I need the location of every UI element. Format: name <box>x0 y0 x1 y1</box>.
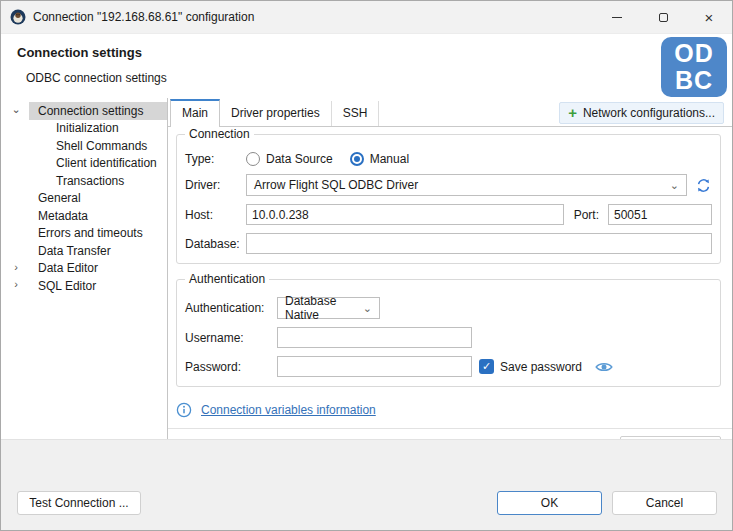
sidebar-item-label: Initialization <box>29 120 167 138</box>
sidebar-item-text: Data Editor <box>38 261 98 275</box>
sidebar-item-label: Client identification <box>29 155 167 173</box>
connection-group: Connection Type: Data Source Manual <box>176 134 721 264</box>
sidebar-item-label: Errors and timeouts <box>29 225 167 243</box>
sidebar-item-text: SQL Editor <box>38 279 96 293</box>
odbc-logo-line1: OD <box>674 40 714 67</box>
app-icon <box>10 9 26 25</box>
chevron-down-icon[interactable]: ⌄ <box>9 103 23 116</box>
tab-ssh[interactable]: SSH <box>332 101 380 126</box>
tabs: MainDriver propertiesSSH <box>170 99 379 126</box>
show-password-eye-icon[interactable] <box>595 360 613 374</box>
sidebar-item-text: Initialization <box>56 121 119 135</box>
sidebar-item-label: Data Editor <box>29 260 167 278</box>
host-input[interactable] <box>246 204 564 225</box>
password-row: Password: ✓ Save password <box>185 356 712 377</box>
sidebar-item-label: Transactions <box>29 172 167 190</box>
sidebar-item-connection-settings[interactable]: ⌄Connection settings <box>1 102 167 120</box>
odbc-logo: OD BC <box>661 37 727 97</box>
connection-config-dialog: Connection "192.168.68.61" configuration… <box>0 0 733 531</box>
driver-row: Driver: Arrow Flight SQL ODBC Driver ⌄ <box>185 174 712 196</box>
authentication-select[interactable]: Database Native ⌄ <box>277 297 380 319</box>
close-button[interactable]: × <box>686 1 732 33</box>
driver-select-value: Arrow Flight SQL ODBC Driver <box>254 178 418 192</box>
radio-data-source[interactable]: Data Source <box>246 152 333 166</box>
settings-tree: ⌄Connection settingsInitializationShell … <box>1 98 168 439</box>
database-input[interactable] <box>246 233 712 254</box>
chevron-right-icon[interactable]: › <box>9 278 23 290</box>
info-icon <box>176 402 192 418</box>
sidebar-item-label: Connection settings <box>29 102 167 120</box>
chevron-down-icon: ⌄ <box>363 302 372 315</box>
window-title: Connection "192.168.68.61" configuration <box>33 10 254 24</box>
type-row: Type: Data Source Manual <box>185 152 712 166</box>
cancel-button[interactable]: Cancel <box>612 491 717 515</box>
connection-group-title: Connection <box>185 127 254 141</box>
host-row: Host: Port: <box>185 204 712 225</box>
sidebar-item-data-editor[interactable]: ›Data Editor <box>1 260 167 278</box>
ok-button[interactable]: OK <box>497 491 602 515</box>
sidebar-item-text: Data Transfer <box>38 244 111 258</box>
test-connection-button[interactable]: Test Connection ... <box>17 491 141 515</box>
chevron-right-icon[interactable]: › <box>9 261 23 273</box>
sidebar-item-metadata[interactable]: Metadata <box>1 207 167 225</box>
password-input[interactable] <box>277 356 472 377</box>
bottom-button-bar: Test Connection ... OK Cancel <box>1 439 732 530</box>
network-configurations-label: Network configurations... <box>583 106 715 120</box>
type-label: Type: <box>185 152 246 166</box>
odbc-logo-line2: BC <box>675 67 713 94</box>
sidebar-item-label: Metadata <box>29 207 167 225</box>
authentication-row: Authentication: Database Native ⌄ <box>185 297 712 319</box>
radio-manual-icon <box>350 152 364 166</box>
sidebar-item-client-identification[interactable]: Client identification <box>1 155 167 173</box>
sidebar-item-text: Errors and timeouts <box>38 226 143 240</box>
database-label: Database: <box>185 237 246 251</box>
authentication-group-title: Authentication <box>185 272 269 286</box>
maximize-button[interactable] <box>640 1 686 33</box>
sidebar-item-data-transfer[interactable]: Data Transfer <box>1 242 167 260</box>
minimize-button[interactable] <box>594 1 640 33</box>
network-configurations-button[interactable]: + Network configurations... <box>559 102 724 124</box>
close-icon: × <box>705 10 714 25</box>
sidebar-item-text: Connection settings <box>38 104 143 118</box>
sidebar-item-text: Metadata <box>38 209 88 223</box>
tab-driver-properties[interactable]: Driver properties <box>220 101 332 126</box>
sidebar-item-transactions[interactable]: Transactions <box>1 172 167 190</box>
port-input[interactable] <box>608 204 712 225</box>
radio-manual-label: Manual <box>370 152 409 166</box>
radio-manual[interactable]: Manual <box>350 152 409 166</box>
sidebar-item-label: Shell Commands <box>29 137 167 155</box>
window-controls: × <box>594 1 732 33</box>
save-password-label: Save password <box>500 360 582 374</box>
plus-icon: + <box>568 108 577 118</box>
authentication-label: Authentication: <box>185 301 277 315</box>
titlebar: Connection "192.168.68.61" configuration… <box>1 1 732 34</box>
sidebar-item-sql-editor[interactable]: ›SQL Editor <box>1 277 167 295</box>
tab-main[interactable]: Main <box>170 99 220 127</box>
sidebar-item-errors-and-timeouts[interactable]: Errors and timeouts <box>1 225 167 243</box>
sidebar-item-initialization[interactable]: Initialization <box>1 120 167 138</box>
sidebar-item-text: General <box>38 191 81 205</box>
sidebar-item-label: Data Transfer <box>29 242 167 260</box>
radio-data-source-label: Data Source <box>266 152 333 166</box>
page-subtitle: ODBC connection settings <box>26 71 167 85</box>
username-label: Username: <box>185 331 277 345</box>
connection-variables-row: Connection variables information <box>176 402 721 418</box>
connection-variables-link[interactable]: Connection variables information <box>201 403 376 417</box>
username-row: Username: <box>185 327 712 348</box>
minimize-icon <box>612 17 622 18</box>
sidebar-item-label: SQL Editor <box>29 277 167 295</box>
sidebar-item-shell-commands[interactable]: Shell Commands <box>1 137 167 155</box>
save-password-checkbox[interactable]: ✓ <box>479 359 494 374</box>
sidebar-item-text: Client identification <box>56 156 157 170</box>
database-row: Database: <box>185 233 712 254</box>
sidebar-item-text: Shell Commands <box>56 139 147 153</box>
chevron-down-icon: ⌄ <box>670 179 679 192</box>
port-label: Port: <box>574 208 599 222</box>
sidebar-item-general[interactable]: General <box>1 190 167 208</box>
driver-select[interactable]: Arrow Flight SQL ODBC Driver ⌄ <box>246 174 687 196</box>
host-label: Host: <box>185 208 246 222</box>
sidebar-item-text: Transactions <box>56 174 124 188</box>
driver-refresh-icon[interactable] <box>695 177 712 194</box>
sidebar-item-label: General <box>29 190 167 208</box>
username-input[interactable] <box>277 327 472 348</box>
